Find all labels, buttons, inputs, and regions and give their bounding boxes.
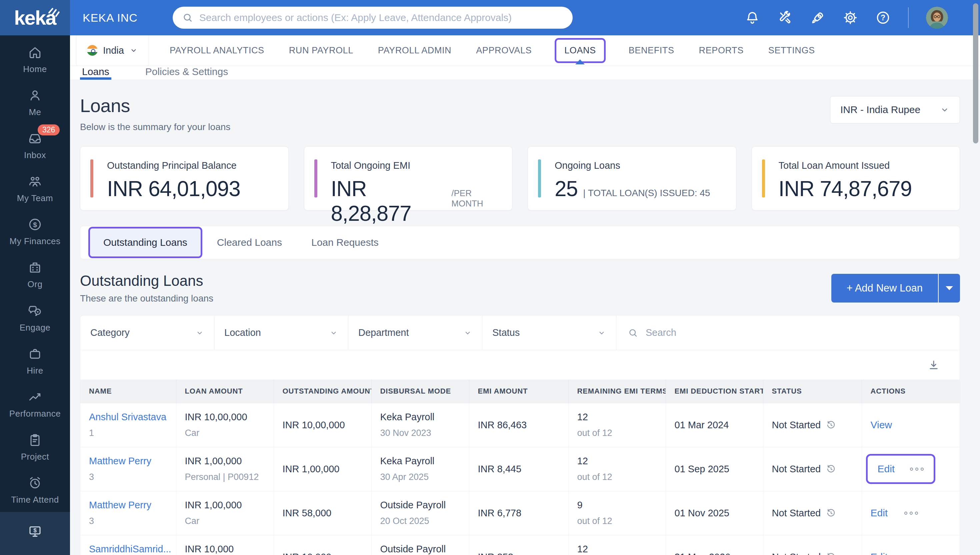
employee-link[interactable]: Matthew Perry — [89, 500, 151, 510]
card-value: INR 74,87,679 — [779, 176, 912, 201]
gear-icon[interactable] — [843, 10, 858, 25]
nav-loans-highlight: LOANS — [555, 38, 606, 63]
table-search[interactable] — [616, 316, 960, 350]
nav-reports[interactable]: REPORTS — [699, 45, 744, 56]
subtab-loans[interactable]: Loans — [80, 66, 111, 80]
history-icon[interactable] — [826, 508, 836, 518]
topbar-divider — [908, 7, 909, 28]
payroll-monitor-icon: $ — [28, 524, 42, 539]
sidebar-item-hire[interactable]: Hire — [0, 340, 70, 383]
filter-location[interactable]: Location — [214, 316, 349, 350]
table-search-input[interactable] — [646, 327, 948, 338]
global-search[interactable] — [173, 7, 573, 29]
scrollbar-thumb[interactable] — [973, 3, 978, 143]
nav-approvals[interactable]: APPROVALS — [476, 45, 532, 56]
view-action[interactable]: View — [871, 419, 892, 430]
history-icon[interactable] — [826, 420, 836, 430]
edit-action[interactable]: Edit — [871, 551, 888, 555]
sidebar-item-my-team[interactable]: My Team — [0, 167, 70, 210]
nav-benefits[interactable]: BENEFITS — [629, 45, 674, 56]
table-row: SamriddhiSamrid...4 INR 10,000Personal |… — [80, 535, 960, 555]
sidebar-item-inbox[interactable]: 326 Inbox — [0, 124, 70, 167]
inbox-badge: 326 — [38, 124, 60, 135]
keka-logo[interactable]: keka — [0, 0, 70, 35]
col-actions: ACTIONS — [862, 380, 960, 403]
tools-icon[interactable] — [777, 10, 793, 25]
nav-loans[interactable]: LOANS — [564, 45, 596, 55]
table-toolbar — [80, 350, 960, 380]
history-icon[interactable] — [826, 464, 836, 474]
nav-payroll-admin[interactable]: PAYROLL ADMIN — [378, 45, 451, 56]
card-accent — [762, 159, 765, 197]
filter-bar: Category Location Department Status — [80, 316, 960, 350]
global-search-input[interactable] — [199, 12, 568, 23]
nav-settings[interactable]: SETTINGS — [768, 45, 815, 56]
employee-link[interactable]: SamriddhiSamrid... — [89, 544, 171, 554]
svg-text:$: $ — [34, 527, 37, 534]
currency-selector[interactable]: INR - India Rupee — [830, 96, 960, 124]
page-title: Loans — [80, 95, 230, 116]
home-icon — [28, 45, 42, 60]
user-avatar[interactable] — [926, 7, 948, 29]
summary-cards: Outstanding Principal Balance INR 64,01,… — [80, 146, 960, 210]
subtab-policies-settings[interactable]: Policies & Settings — [143, 66, 230, 80]
tab-loan-requests[interactable]: Loan Requests — [297, 237, 393, 248]
rocket-icon[interactable] — [810, 10, 825, 25]
download-icon[interactable] — [928, 359, 940, 371]
edit-action[interactable]: Edit — [871, 507, 888, 519]
svg-text:?: ? — [881, 13, 885, 22]
notifications-bell-icon[interactable] — [745, 10, 760, 25]
sidebar: Home Me 326 Inbox My Team $ My Finances … — [0, 35, 70, 555]
module-navbar: India PAYROLL ANALYTICS RUN PAYROLL PAYR… — [70, 35, 980, 66]
col-name: NAME — [80, 380, 176, 403]
tab-outstanding-loans-highlight[interactable]: Outstanding Loans — [88, 227, 202, 258]
loans-table: NAME LOAN AMOUNT OUTSTANDING AMOUNT DISB… — [80, 380, 960, 555]
sidebar-item-org[interactable]: Org — [0, 253, 70, 297]
sidebar-item-performance[interactable]: Performance — [0, 383, 70, 425]
col-remaining-emi-terms: REMAINING EMI TERMS — [568, 380, 666, 403]
employee-link[interactable]: Anshul Srivastava — [89, 412, 166, 422]
col-disbursal-mode: DISBURSAL MODE — [371, 380, 469, 403]
search-icon — [628, 327, 638, 338]
caret-down-icon — [946, 286, 953, 290]
card-value: INR 8,28,877 — [331, 176, 452, 226]
india-flag-icon — [87, 45, 98, 56]
topbar: keka KEKA INC ? — [0, 0, 980, 35]
employee-link[interactable]: Matthew Perry — [89, 456, 151, 466]
table-header-row: NAME LOAN AMOUNT OUTSTANDING AMOUNT DISB… — [80, 380, 960, 403]
card-outstanding-principal: Outstanding Principal Balance INR 64,01,… — [80, 146, 289, 210]
card-extra: | TOTAL LOAN(S) ISSUED: 45 — [583, 188, 710, 199]
org-building-icon — [28, 260, 42, 275]
sidebar-item-me[interactable]: Me — [0, 81, 70, 124]
sidebar-item-home[interactable]: Home — [0, 38, 70, 81]
country-selector[interactable]: India — [76, 35, 149, 66]
help-icon[interactable]: ? — [875, 10, 890, 25]
more-options-icon[interactable] — [910, 468, 924, 471]
nav-run-payroll[interactable]: RUN PAYROLL — [289, 45, 353, 56]
subtabs: Loans Policies & Settings — [70, 66, 980, 80]
add-loan-dropdown-button[interactable] — [938, 274, 960, 303]
card-total-ongoing-emi: Total Ongoing EMI INR 8,28,877 /PER MONT… — [304, 146, 513, 210]
edit-action[interactable]: Edit — [878, 463, 895, 475]
loan-tabs: Outstanding Loans Cleared Loans Loan Req… — [80, 226, 960, 259]
add-new-loan-button[interactable]: + Add New Loan — [831, 274, 938, 303]
status-text: Not Started — [772, 464, 821, 475]
more-options-icon[interactable] — [904, 512, 918, 515]
tab-cleared-loans[interactable]: Cleared Loans — [202, 237, 297, 248]
user-icon — [28, 88, 42, 103]
sidebar-item-payroll[interactable]: $ — [0, 512, 70, 555]
sidebar-item-my-finances[interactable]: $ My Finances — [0, 210, 70, 253]
nav-payroll-analytics[interactable]: PAYROLL ANALYTICS — [169, 45, 264, 56]
sidebar-item-engage[interactable]: Engage — [0, 297, 70, 340]
filter-category[interactable]: Category — [80, 316, 214, 350]
filter-department[interactable]: Department — [349, 316, 482, 350]
sidebar-item-time-attend[interactable]: Time Attend — [0, 469, 70, 512]
finances-icon: $ — [28, 217, 42, 232]
svg-text:$: $ — [33, 221, 37, 228]
sidebar-item-project[interactable]: Project — [0, 426, 70, 469]
section-title: Outstanding Loans — [80, 273, 213, 289]
filter-status[interactable]: Status — [482, 316, 616, 350]
clipboard-icon — [28, 433, 42, 447]
history-icon[interactable] — [826, 552, 836, 555]
status-text: Not Started — [772, 508, 821, 519]
